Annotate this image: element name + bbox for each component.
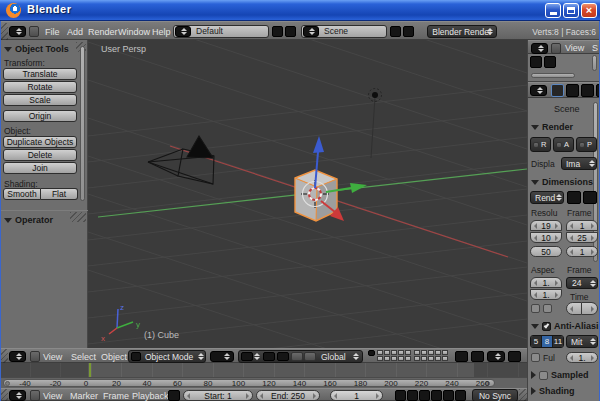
translate-button[interactable]: Translate <box>3 68 77 80</box>
aa-samples-8[interactable]: 8 <box>542 336 553 347</box>
editor-type-selector[interactable] <box>9 351 26 362</box>
antialiasing-panel-header[interactable]: Anti-Aliasi <box>531 321 599 331</box>
layer-lock-icon[interactable] <box>368 350 375 356</box>
editor-type-selector[interactable] <box>531 43 548 54</box>
resize-grip-icon[interactable] <box>0 349 8 364</box>
layer-grid-2[interactable] <box>414 350 448 361</box>
scale-button[interactable]: Scale <box>3 94 77 106</box>
aspect-y-field[interactable]: 1. <box>530 289 562 300</box>
resize-grip-icon[interactable] <box>0 23 8 40</box>
frame-start-field[interactable]: 1 <box>566 220 598 231</box>
editor-type-selector[interactable] <box>530 85 547 96</box>
viewport-3d[interactable]: z y x User Persp (1) Cube <box>88 40 527 348</box>
fps-dropdown[interactable]: 24 <box>566 277 598 289</box>
decrement-icon[interactable] <box>187 393 190 399</box>
border-checkbox[interactable] <box>531 304 540 313</box>
outliner-view-menu[interactable]: View <box>565 43 584 54</box>
header-menu-icon[interactable] <box>30 351 40 362</box>
scale-manipulator-icon[interactable] <box>304 352 316 361</box>
timeline-band[interactable] <box>0 363 527 377</box>
sampled-checkbox[interactable] <box>539 371 548 380</box>
render-engine-dropdown[interactable]: Blender Render <box>427 25 497 38</box>
maximize-button[interactable] <box>563 3 579 18</box>
full-sample-checkbox[interactable] <box>531 353 540 362</box>
scene-dropdown[interactable]: Scene <box>301 25 387 38</box>
header-menu-icon[interactable] <box>551 43 561 54</box>
start-frame-field[interactable]: Start: 1 <box>183 390 253 401</box>
duplicate-objects-button[interactable]: Duplicate Objects <box>3 136 77 148</box>
smooth-button[interactable]: Smooth <box>3 188 41 200</box>
panel-grip-icon[interactable] <box>70 212 86 222</box>
delete-button[interactable]: Delete <box>3 149 77 161</box>
rotate-manipulator-icon[interactable] <box>291 352 303 361</box>
shading-panel-header[interactable]: Shading <box>531 386 575 396</box>
camera-object[interactable] <box>148 136 214 184</box>
scene-add-button[interactable] <box>390 26 401 37</box>
outliner-v-scrollbar[interactable] <box>592 55 597 71</box>
header-menu-icon[interactable] <box>30 390 40 401</box>
menu-file[interactable]: File <box>45 27 60 38</box>
preset-add-button[interactable] <box>567 191 581 204</box>
y-arrow-icon[interactable] <box>350 183 367 193</box>
outliner-search-menu[interactable]: S <box>592 43 598 54</box>
current-frame-field[interactable]: 1 <box>330 390 383 401</box>
outliner-h-scrollbar[interactable] <box>531 73 575 78</box>
play-button[interactable] <box>431 390 442 401</box>
antialiasing-checkbox[interactable] <box>542 322 551 331</box>
preset-delete-button[interactable] <box>583 191 597 204</box>
sampled-panel-header[interactable]: Sampled <box>531 370 589 380</box>
orientation-value[interactable]: Global <box>321 352 346 362</box>
lock-to-scene-icon[interactable] <box>455 351 468 362</box>
aa-filter-dropdown[interactable]: Mit <box>566 335 598 348</box>
editor-type-selector[interactable] <box>9 26 26 37</box>
preview-range-icon[interactable] <box>168 390 180 401</box>
object-menu[interactable]: Object <box>101 352 127 363</box>
timeline-marker-menu[interactable]: Marker <box>70 391 98 401</box>
render-panel-header[interactable]: Render <box>531 122 573 132</box>
timeline-view-menu[interactable]: View <box>43 391 62 401</box>
layout-add-button[interactable] <box>272 26 283 37</box>
increment-icon[interactable] <box>246 393 249 399</box>
crop-checkbox[interactable] <box>543 304 552 313</box>
outliner-item-icon[interactable] <box>530 56 542 68</box>
resolution-y-field[interactable]: 10 <box>530 232 562 243</box>
aa-samples-5[interactable]: 5 <box>531 336 542 347</box>
tab-render[interactable] <box>551 84 564 97</box>
flat-button[interactable]: Flat <box>41 188 78 200</box>
sync-dropdown[interactable]: No Sync <box>472 389 518 401</box>
operator-panel-header[interactable]: Operator <box>4 215 53 225</box>
decrement-icon[interactable] <box>334 393 337 399</box>
object-tools-panel-header[interactable]: Object Tools <box>4 44 69 54</box>
pivot-point-icon[interactable] <box>241 352 253 361</box>
origin-button[interactable]: Origin <box>3 110 77 122</box>
layer-grid-1[interactable] <box>377 350 411 361</box>
blender-menu-icon[interactable] <box>29 26 39 37</box>
view-menu[interactable]: View <box>43 352 62 363</box>
render-opengl-icon[interactable] <box>508 351 521 362</box>
tab-scene[interactable] <box>566 84 579 97</box>
play-reverse-button[interactable] <box>419 390 430 401</box>
proportional-edit-icon[interactable] <box>471 351 484 362</box>
render-preset-dropdown[interactable]: Rend <box>530 191 564 204</box>
tab-world[interactable] <box>581 84 594 97</box>
title-bar[interactable]: Blender × <box>0 0 600 21</box>
render-animation-button[interactable]: A <box>553 137 574 152</box>
prev-keyframe-button[interactable] <box>407 390 418 401</box>
editor-type-selector[interactable] <box>9 390 26 401</box>
jump-to-start-button[interactable] <box>395 390 406 401</box>
menu-add[interactable]: Add <box>67 27 83 38</box>
select-menu[interactable]: Select <box>71 352 96 363</box>
end-frame-field[interactable]: End: 250 <box>256 390 320 401</box>
time-new-field[interactable] <box>582 302 598 315</box>
dimensions-panel-header[interactable]: Dimensions <box>531 177 593 187</box>
render-image-button[interactable]: R <box>530 137 551 152</box>
mini-axis-gizmo[interactable]: z y x <box>101 303 140 343</box>
render-play-button[interactable]: P <box>576 137 597 152</box>
resolution-percent-field[interactable]: 50 <box>530 246 562 257</box>
decrement-icon[interactable] <box>260 393 263 399</box>
scrollbar-knob-left[interactable] <box>5 381 10 386</box>
time-old-field[interactable] <box>566 302 582 315</box>
aspect-x-field[interactable]: 1. <box>530 277 562 288</box>
resize-grip-icon[interactable] <box>0 389 8 401</box>
display-dropdown[interactable]: Ima <box>561 157 597 170</box>
